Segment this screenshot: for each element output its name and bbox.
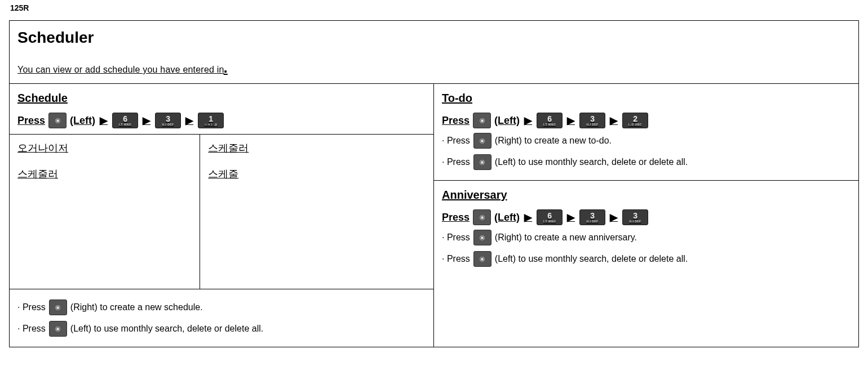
key-3b-icon: 3H.I DEF	[622, 209, 648, 225]
softkey-icon	[473, 251, 491, 267]
arrow-icon: ▶	[566, 115, 576, 126]
bullet-press: · Press	[442, 254, 470, 264]
page-model-number: 125R	[10, 3, 859, 12]
instruction-text: (Left) to use monthly search, delete or …	[70, 324, 263, 334]
bullet-press: · Press	[442, 232, 470, 243]
softkey-icon	[473, 133, 491, 149]
arrow-icon: ▶	[99, 115, 109, 126]
left-suffix: (Left)	[494, 115, 520, 127]
key-1-icon: 1ㄱㅋㅣ @	[198, 113, 224, 128]
schedule-instructions: · Press (Right) to create a new schedule…	[10, 289, 433, 347]
instruction-text: (Right) to create a new anniversary.	[495, 232, 637, 243]
grid-text: 스케줄러	[208, 141, 427, 155]
arrow-icon: ▶	[184, 115, 194, 126]
softkey-icon	[49, 321, 67, 337]
bullet-press: · Press	[17, 302, 46, 312]
intro-line: You can view or add schedule you have en…	[17, 59, 851, 77]
instruction-line: · Press (Left) to use monthly search, de…	[442, 154, 851, 170]
grid-cell-left: 오거나이저 스케줄러	[10, 135, 200, 289]
anniversary-press-sequence: Press (Left) ▶ 6I.T MNO ▶ 3H.I DEF ▶ 3H.…	[442, 209, 851, 225]
instruction-line: · Press (Left) to use monthly search, de…	[442, 251, 851, 267]
instruction-text: (Left) to use monthly search, delete or …	[495, 254, 688, 264]
grid-text: 오거나이저	[17, 141, 193, 155]
softkey-icon	[473, 113, 491, 128]
key-6-icon: 6I.T MNO	[112, 113, 138, 128]
schedule-screen-grid: 오거나이저 스케줄러 스케줄러 스케줄	[10, 134, 433, 289]
press-label: Press	[442, 115, 470, 127]
bullet-press: · Press	[442, 136, 470, 146]
key-6-icon: 6I.T MNO	[537, 113, 563, 128]
instruction-line: · Press (Right) to create a new schedule…	[17, 299, 426, 315]
softkey-icon	[49, 299, 67, 315]
softkey-icon	[48, 113, 67, 128]
softkey-icon	[473, 209, 491, 225]
bullet-press: · Press	[17, 324, 46, 334]
softkey-icon	[473, 154, 491, 170]
instruction-text: (Right) to create a new to-do.	[495, 136, 612, 146]
instruction-text: (Right) to create a new schedule.	[70, 302, 203, 312]
key-3-icon: 3H.I DEF	[155, 113, 181, 128]
left-suffix: (Left)	[70, 115, 95, 127]
key-2-icon: 2L.O ABC	[622, 113, 648, 128]
bullet-press: · Press	[442, 157, 470, 167]
grid-text: 스케줄러	[17, 167, 193, 181]
arrow-icon: ▶	[566, 212, 576, 222]
softkey-icon	[473, 230, 491, 245]
key-6-icon: 6I.T MNO	[537, 209, 563, 225]
arrow-icon: ▶	[523, 212, 533, 222]
document-page: 125R Scheduler You can view or add sched…	[0, 0, 868, 347]
anniversary-section: Anniversary Press (Left) ▶ 6I.T MNO ▶ 3H…	[434, 181, 858, 277]
instruction-line: · Press (Right) to create a new to-do.	[442, 133, 851, 149]
instruction-line: · Press (Left) to use monthly search, de…	[17, 321, 426, 337]
todo-press-sequence: Press (Left) ▶ 6I.T MNO ▶ 3H.I DEF ▶ 2L.…	[442, 113, 851, 128]
left-suffix: (Left)	[494, 212, 520, 223]
schedule-press-sequence: Press (Left) ▶ 6I.T MNO ▶ 3H.I DEF ▶ 1ㄱㅋ…	[17, 113, 426, 128]
page-title: Scheduler	[17, 29, 851, 47]
intro-period: .	[224, 59, 228, 76]
key-3-icon: 3H.I DEF	[579, 113, 605, 128]
column-right: To-do Press (Left) ▶ 6I.T MNO ▶ 3H.I DEF…	[434, 84, 858, 347]
column-schedule: Schedule Press (Left) ▶ 6I.T MNO ▶ 3H.I …	[10, 84, 434, 347]
instruction-line: · Press (Right) to create a new annivers…	[442, 230, 851, 245]
press-label: Press	[17, 115, 45, 127]
title-block: Scheduler You can view or add schedule y…	[10, 21, 858, 84]
grid-cell-right: 스케줄러 스케줄	[200, 135, 433, 289]
arrow-icon: ▶	[609, 115, 619, 126]
schedule-heading: Schedule	[17, 92, 426, 105]
content-frame: Scheduler You can view or add schedule y…	[9, 20, 859, 347]
arrow-icon: ▶	[609, 212, 619, 222]
anniversary-heading: Anniversary	[442, 189, 851, 202]
key-3-icon: 3H.I DEF	[579, 209, 605, 225]
intro-text: You can view or add schedule you have en…	[17, 65, 224, 74]
todo-heading: To-do	[442, 92, 851, 105]
grid-text: 스케줄	[208, 167, 427, 181]
arrow-icon: ▶	[141, 115, 152, 126]
todo-section: To-do Press (Left) ▶ 6I.T MNO ▶ 3H.I DEF…	[434, 84, 858, 180]
arrow-icon: ▶	[523, 115, 533, 126]
press-label: Press	[442, 212, 470, 223]
instruction-text: (Left) to use monthly search, delete or …	[495, 157, 688, 167]
